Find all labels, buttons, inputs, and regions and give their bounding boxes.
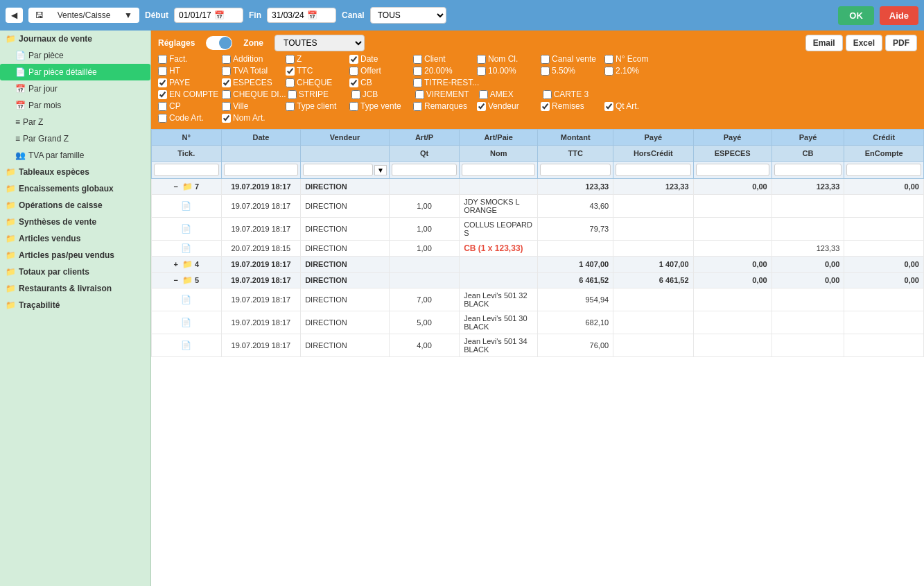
filter-cb[interactable]: CB bbox=[349, 78, 412, 87]
debut-date-input[interactable]: 01/01/17 📅 bbox=[174, 8, 243, 23]
filter-remises[interactable]: Remises bbox=[541, 101, 603, 111]
filter-col-nom[interactable] bbox=[460, 162, 538, 179]
z-checkbox[interactable] bbox=[286, 55, 295, 64]
date-checkbox[interactable] bbox=[349, 55, 358, 64]
filter-input-date[interactable] bbox=[224, 164, 299, 176]
col-credit[interactable]: Crédit bbox=[844, 130, 924, 146]
filter-type-client[interactable]: Type client bbox=[286, 101, 348, 111]
ht-checkbox[interactable] bbox=[158, 67, 167, 76]
filter-col-hc[interactable] bbox=[613, 162, 693, 179]
tva-total-checkbox[interactable] bbox=[222, 67, 231, 76]
col-montant[interactable]: Montant bbox=[538, 130, 613, 146]
filter-carte3[interactable]: CARTE 3 bbox=[543, 89, 605, 99]
stripe-checkbox[interactable] bbox=[288, 90, 297, 99]
excel-button[interactable]: Excel bbox=[846, 35, 882, 51]
filter-20pct[interactable]: 20.00% bbox=[413, 66, 476, 76]
10pct-checkbox[interactable] bbox=[477, 67, 486, 76]
filter-nom-art[interactable]: Nom Art. bbox=[222, 113, 284, 123]
filter-550pct[interactable]: 5.50% bbox=[541, 66, 603, 76]
offert-checkbox[interactable] bbox=[349, 67, 358, 76]
fact-checkbox[interactable] bbox=[158, 55, 167, 64]
type-vente-checkbox[interactable] bbox=[349, 102, 358, 111]
filter-col-date[interactable] bbox=[221, 162, 301, 179]
filter-col-esp[interactable] bbox=[693, 162, 772, 179]
filter-input-num[interactable] bbox=[154, 164, 219, 176]
email-button[interactable]: Email bbox=[805, 35, 843, 51]
filter-cheque[interactable]: CHEQUE bbox=[286, 78, 348, 87]
client-checkbox[interactable] bbox=[413, 55, 422, 64]
filter-col-ec[interactable] bbox=[844, 162, 924, 179]
col-vendeur[interactable]: Vendeur bbox=[301, 130, 390, 146]
sidebar-item-par-piece[interactable]: 📄 Par pièce bbox=[0, 47, 150, 64]
sidebar-item-articles-vendus[interactable]: 📁 Articles vendus bbox=[0, 230, 150, 247]
550pct-checkbox[interactable] bbox=[541, 67, 550, 76]
filter-addition[interactable]: Addition bbox=[222, 54, 284, 64]
filter-input-cb[interactable] bbox=[774, 164, 842, 176]
store-selector[interactable]: 🖫 Ventes/Caisse ▼ bbox=[28, 8, 139, 23]
filter-type-vente[interactable]: Type vente bbox=[349, 101, 412, 111]
expand-btn[interactable]: − bbox=[173, 182, 177, 191]
canal-vente-checkbox[interactable] bbox=[541, 55, 550, 64]
filter-especes[interactable]: ESPECES bbox=[222, 78, 284, 87]
col-num[interactable]: N° bbox=[152, 130, 222, 146]
col-paye2[interactable]: Payé bbox=[693, 130, 772, 146]
code-art-checkbox[interactable] bbox=[158, 114, 167, 123]
filter-vendeur[interactable]: Vendeur bbox=[477, 101, 539, 111]
filter-ville[interactable]: Ville bbox=[222, 101, 284, 111]
remises-checkbox[interactable] bbox=[541, 102, 550, 111]
filter-offert[interactable]: Offert bbox=[349, 66, 412, 76]
20pct-checkbox[interactable] bbox=[413, 67, 422, 76]
col-date[interactable]: Date bbox=[221, 130, 301, 146]
filter-col-ttc[interactable] bbox=[538, 162, 613, 179]
filter-input-nom[interactable] bbox=[462, 164, 535, 176]
filter-date[interactable]: Date bbox=[349, 54, 412, 64]
sidebar-item-journaux[interactable]: 📁 Journaux de vente bbox=[0, 31, 150, 47]
filter-cp[interactable]: CP bbox=[158, 101, 220, 111]
filter-qt-art[interactable]: Qt Art. bbox=[604, 101, 667, 111]
sidebar-item-articles-peu[interactable]: 📁 Articles pas/peu vendus bbox=[0, 247, 150, 264]
virement-checkbox[interactable] bbox=[415, 90, 424, 99]
filter-input-ttc[interactable] bbox=[540, 164, 611, 176]
expand-btn[interactable]: + bbox=[173, 260, 177, 268]
sidebar-item-par-piece-detaillee[interactable]: 📄 Par pièce détaillée bbox=[0, 64, 150, 80]
filter-nom-cl[interactable]: Nom Cl. bbox=[477, 54, 539, 64]
210pct-checkbox[interactable] bbox=[604, 67, 613, 76]
cb-checkbox[interactable] bbox=[349, 78, 358, 87]
col-art-p[interactable]: Art/P bbox=[389, 130, 459, 146]
filter-vendeur-btn[interactable]: ▼ bbox=[374, 165, 387, 175]
back-button[interactable]: ◀ bbox=[6, 8, 23, 23]
qt-art-checkbox[interactable] bbox=[604, 102, 613, 111]
filter-amex[interactable]: AMEX bbox=[479, 89, 541, 99]
filter-input-esp[interactable] bbox=[696, 164, 769, 176]
filter-virement[interactable]: VIREMENT bbox=[415, 89, 478, 99]
cheque-checkbox[interactable] bbox=[286, 78, 295, 87]
expand-btn[interactable]: − bbox=[173, 276, 177, 284]
nom-art-checkbox[interactable] bbox=[222, 114, 231, 123]
filter-ht[interactable]: HT bbox=[158, 66, 220, 76]
paye-checkbox[interactable] bbox=[158, 78, 167, 87]
nom-cl-checkbox[interactable] bbox=[477, 55, 486, 64]
amex-checkbox[interactable] bbox=[479, 90, 488, 99]
filter-en-compte[interactable]: EN COMPTE bbox=[158, 89, 220, 99]
filter-col-qt[interactable] bbox=[389, 162, 459, 179]
filter-input-qt[interactable] bbox=[392, 164, 457, 176]
sidebar-item-par-jour[interactable]: 📅 Par jour bbox=[0, 80, 150, 97]
filter-tva-total[interactable]: TVA Total bbox=[222, 66, 284, 76]
filter-jcb[interactable]: JCB bbox=[351, 89, 414, 99]
pdf-button[interactable]: PDF bbox=[885, 35, 917, 51]
sidebar-item-syntheses[interactable]: 📁 Synthèses de vente bbox=[0, 214, 150, 230]
cheque-di-checkbox[interactable] bbox=[222, 90, 231, 99]
filter-col-vendeur[interactable]: ▼ bbox=[301, 162, 390, 179]
sidebar-item-par-z[interactable]: ≡ Par Z bbox=[0, 114, 150, 130]
zone-select[interactable]: TOUTES NORD SUD bbox=[274, 35, 365, 51]
filter-n-ecom[interactable]: N° Ecom bbox=[604, 54, 667, 64]
jcb-checkbox[interactable] bbox=[351, 90, 360, 99]
ville-checkbox[interactable] bbox=[222, 102, 231, 111]
filter-col-num[interactable] bbox=[152, 162, 222, 179]
sidebar-item-operations[interactable]: 📁 Opérations de caisse bbox=[0, 197, 150, 214]
sidebar-item-tracabilite[interactable]: 📁 Traçabilité bbox=[0, 297, 150, 313]
sidebar-item-totaux-clients[interactable]: 📁 Totaux par clients bbox=[0, 264, 150, 280]
carte3-checkbox[interactable] bbox=[543, 90, 552, 99]
sidebar-item-tableaux[interactable]: 📁 Tableaux espèces bbox=[0, 164, 150, 180]
sidebar-item-par-grand-z[interactable]: ≡ Par Grand Z bbox=[0, 130, 150, 147]
